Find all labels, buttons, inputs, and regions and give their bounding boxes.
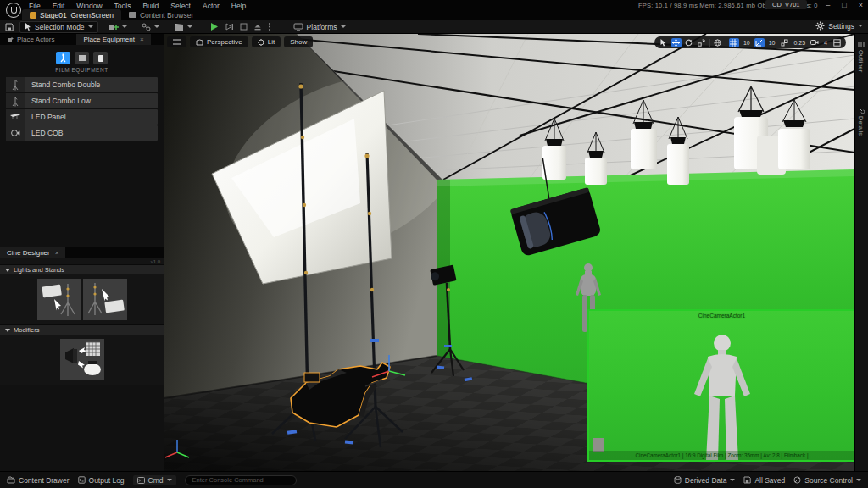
console-command-input[interactable] bbox=[185, 475, 297, 485]
close-icon[interactable]: × bbox=[140, 36, 144, 43]
version-label: v1.0 bbox=[0, 258, 164, 264]
cursor-icon bbox=[25, 23, 31, 30]
eject-button[interactable] bbox=[253, 23, 262, 31]
list-item-led-cob[interactable]: LED COB bbox=[6, 125, 158, 141]
blueprints-button[interactable] bbox=[137, 22, 164, 32]
scale-snap-toggle[interactable] bbox=[779, 38, 789, 47]
stop-button[interactable] bbox=[240, 23, 248, 30]
lights-stands-presets bbox=[0, 274, 164, 324]
preset-modifier[interactable] bbox=[60, 339, 104, 380]
led-panel-icon bbox=[6, 109, 25, 125]
content-drawer-button[interactable]: Content Drawer bbox=[7, 476, 70, 485]
rotation-snap-value[interactable]: 10 bbox=[767, 40, 777, 46]
editor-mode-select[interactable]: Selection Mode bbox=[19, 21, 98, 33]
tab-place-actors[interactable]: Place Actors bbox=[0, 34, 61, 45]
cmd-select[interactable]: Cmd bbox=[133, 475, 176, 485]
wrench-icon bbox=[858, 107, 865, 114]
tab-place-equipment[interactable]: Place Equipment × bbox=[76, 34, 150, 45]
platforms-button[interactable]: Platforms bbox=[289, 22, 350, 32]
source-control-icon bbox=[793, 476, 801, 484]
tab-details[interactable]: Details bbox=[857, 107, 865, 136]
outliner-icon bbox=[858, 41, 865, 47]
section-modifiers[interactable]: Modifiers bbox=[0, 324, 164, 335]
camera-pip-preview[interactable]: CineCameraActor1 CineCameraActor1 | 16:9… bbox=[587, 309, 854, 462]
section-lights-and-stands[interactable]: Lights and Stands bbox=[0, 264, 164, 274]
menu-help[interactable]: Help bbox=[231, 2, 246, 10]
list-item-label: Stand Combo Double bbox=[25, 80, 100, 89]
rotate-tool-button[interactable] bbox=[684, 38, 694, 47]
viewport-options-button[interactable] bbox=[167, 36, 186, 47]
cinematics-button[interactable] bbox=[170, 22, 197, 32]
scale-tool-button[interactable] bbox=[697, 38, 707, 47]
equipment-list: Stand Combo Double Stand Combo Low LED P… bbox=[0, 77, 164, 141]
list-item-led-panel[interactable]: LED Panel bbox=[6, 109, 158, 125]
source-control-label: Source Control bbox=[804, 476, 853, 485]
preset-stand-to-light[interactable] bbox=[83, 279, 127, 320]
scale-snap-value[interactable]: 0.25 bbox=[792, 40, 807, 46]
category-stands-button[interactable] bbox=[56, 52, 70, 64]
place-actors-label: Place Actors bbox=[17, 36, 54, 43]
play-button[interactable] bbox=[209, 22, 219, 31]
close-icon[interactable]: × bbox=[55, 249, 59, 257]
led-cob-icon bbox=[6, 125, 25, 141]
camera-speed-value[interactable]: 4 bbox=[822, 40, 829, 46]
grid-snap-value[interactable]: 10 bbox=[742, 40, 752, 46]
cmd-label: Cmd bbox=[148, 476, 164, 485]
list-item-stand-combo-double[interactable]: Stand Combo Double bbox=[6, 77, 158, 92]
tab-outliner[interactable]: Outliner bbox=[857, 41, 865, 72]
skip-button[interactable] bbox=[225, 22, 234, 31]
list-item-label: LED COB bbox=[25, 129, 63, 137]
details-label: Details bbox=[857, 116, 865, 136]
lit-label: Lit bbox=[268, 38, 275, 46]
category-fixtures-button[interactable] bbox=[93, 52, 108, 64]
close-button[interactable]: × bbox=[859, 1, 863, 9]
category-panels-button[interactable] bbox=[75, 52, 89, 64]
outliner-label: Outliner bbox=[857, 50, 865, 72]
view-mode-select[interactable]: Lit bbox=[252, 36, 281, 47]
maximize-viewport-button[interactable] bbox=[832, 38, 842, 47]
chevron-down-icon bbox=[187, 25, 192, 28]
add-actor-button[interactable] bbox=[104, 22, 131, 32]
move-tool-button[interactable] bbox=[671, 38, 682, 47]
cine-designer-tabs: Cine Designer × bbox=[0, 247, 164, 258]
world-space-toggle[interactable] bbox=[713, 38, 723, 47]
settings-label: Settings bbox=[828, 22, 854, 30]
select-tool-button[interactable] bbox=[659, 38, 669, 47]
show-menu-button[interactable]: Show bbox=[284, 36, 313, 47]
mode-label: Selection Mode bbox=[35, 23, 85, 31]
cine-designer-panel: Cine Designer × v1.0 Lights and Stands bbox=[0, 247, 164, 385]
minimize-button[interactable]: – bbox=[826, 1, 830, 9]
pip-scene bbox=[589, 311, 854, 460]
stand-icon bbox=[6, 93, 25, 108]
chevron-down-icon bbox=[167, 479, 172, 481]
rotation-snap-toggle[interactable] bbox=[754, 38, 765, 47]
tab-content-browser[interactable]: Content Browser bbox=[121, 9, 201, 20]
menu-actor[interactable]: Actor bbox=[203, 2, 220, 10]
perspective-label: Perspective bbox=[207, 38, 242, 46]
save-icon[interactable] bbox=[5, 19, 14, 35]
toolbar-divider bbox=[203, 22, 203, 31]
output-log-button[interactable]: Output Log bbox=[78, 476, 125, 485]
cmd-icon bbox=[137, 477, 145, 484]
derived-data-button[interactable]: Derived Data bbox=[674, 476, 736, 485]
perspective-select[interactable]: Perspective bbox=[190, 36, 248, 47]
settings-button[interactable]: Settings bbox=[815, 21, 863, 30]
grid-snap-toggle[interactable] bbox=[729, 38, 739, 47]
session-badge: CD_V701 bbox=[765, 0, 807, 9]
list-item-stand-combo-low[interactable]: Stand Combo Low bbox=[6, 93, 158, 108]
output-log-icon bbox=[78, 476, 86, 484]
camera-speed-button[interactable] bbox=[810, 38, 820, 47]
maximize-button[interactable]: □ bbox=[842, 1, 846, 9]
place-panel-tabs: Place Actors Place Equipment × bbox=[0, 34, 164, 45]
section-label: Lights and Stands bbox=[14, 266, 64, 274]
source-control-button[interactable]: Source Control bbox=[793, 476, 861, 485]
tab-cine-designer[interactable]: Cine Designer × bbox=[0, 247, 65, 258]
tab-level[interactable]: Stage01_GreenScreen bbox=[22, 9, 121, 20]
unreal-logo-icon[interactable] bbox=[6, 3, 21, 18]
play-options-icon[interactable] bbox=[268, 22, 271, 31]
pip-set-piece bbox=[593, 438, 604, 452]
save-status-button[interactable]: All Saved bbox=[743, 476, 785, 485]
add-cube-icon bbox=[108, 23, 119, 31]
preset-light-to-stand[interactable] bbox=[37, 279, 81, 320]
viewport-3d[interactable]: Perspective Lit Show bbox=[164, 34, 854, 471]
